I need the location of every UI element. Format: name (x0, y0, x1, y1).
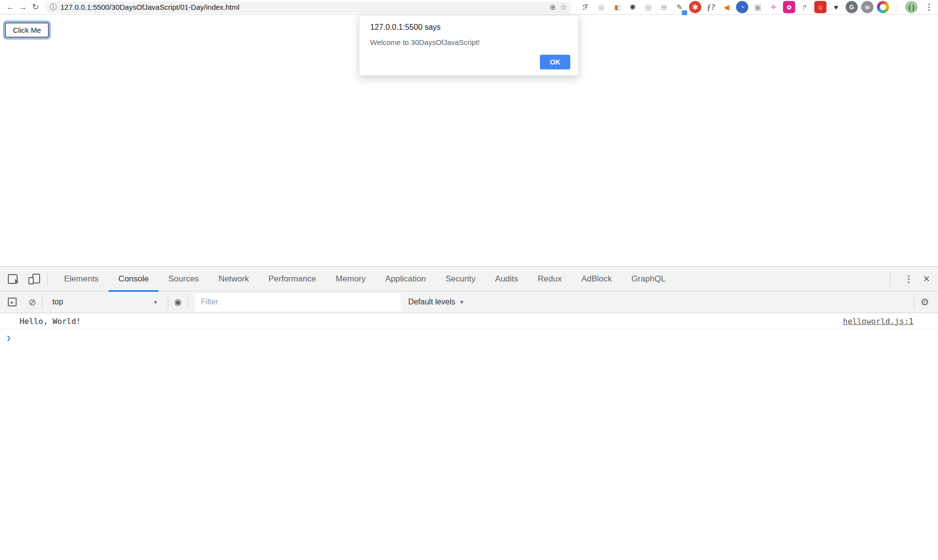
tab-graphql[interactable]: GraphQL (622, 267, 675, 291)
extension-bug-icon[interactable]: ✺ (626, 1, 639, 13)
tabbar-separator (47, 272, 47, 286)
zoom-icon[interactable]: ⊕ (550, 3, 556, 12)
console-toolbar-separator (42, 296, 43, 308)
extension-grid-icon[interactable]: ▦ (642, 1, 654, 13)
extension-camera-icon[interactable]: ▣ (752, 1, 764, 13)
extension-bent-arrows-icon[interactable]: ↱ (799, 1, 811, 13)
chevron-down-icon: ▼ (153, 300, 158, 305)
extension-pink-gear-icon[interactable]: ✿ (783, 1, 795, 13)
tab-network[interactable]: Network (209, 267, 259, 291)
extensions-row: ℱ ◎ ▮▯ ✺ ▦ ⊖ ✎ ✱ ƒ? ◀ ◔ ▣ ✧ ✿ ↱ ○ ♥ G w … (580, 1, 938, 13)
devtools-panel: ➤ Elements Console Sources Network Perfo… (0, 266, 938, 560)
bookmark-star-icon[interactable]: ☆ (560, 2, 567, 12)
extension-graphql-icon[interactable]: ✧ (767, 1, 780, 13)
browser-toolbar: ← → ↻ ⓘ 127.0.0.1:5500/30DaysOfJavaScrip… (0, 0, 938, 15)
tab-audits[interactable]: Audits (485, 267, 528, 291)
live-expression-eye-icon[interactable]: ◉ (174, 297, 182, 307)
extension-eyedropper-icon[interactable]: ✎ (673, 1, 686, 13)
extension-color-ring-icon[interactable] (877, 1, 889, 13)
phone-shape (28, 277, 34, 284)
tab-performance[interactable]: Performance (259, 267, 326, 291)
devtools-tabbar: ➤ Elements Console Sources Network Perfo… (0, 267, 938, 291)
console-prompt-row[interactable]: ❯ (0, 329, 938, 347)
console-sidebar-toggle-icon[interactable]: ▸ (8, 298, 17, 306)
log-levels-label: Default levels (408, 298, 455, 306)
extension-heart-search-icon[interactable]: ♥ (830, 1, 842, 13)
alert-dialog: 127.0.0.1:5500 says Welcome to 30DaysOfJ… (359, 15, 579, 76)
devtools-menu-icon[interactable]: ⋮ (897, 274, 920, 284)
log-levels-dropdown[interactable]: Default levels ▼ (408, 298, 465, 306)
console-toolbar-separator (914, 296, 915, 308)
back-icon[interactable]: ← (4, 2, 17, 12)
console-prompt-chevron-icon: ❯ (6, 334, 11, 343)
page-content: Click Me 127.0.0.1:5500 says Welcome to … (0, 15, 938, 266)
profile-avatar[interactable]: { } (905, 1, 917, 13)
tab-memory[interactable]: Memory (326, 267, 375, 291)
tab-elements[interactable]: Elements (54, 267, 109, 291)
tab-adblock[interactable]: AdBlock (572, 267, 622, 291)
tab-console-label: Console (118, 274, 149, 284)
inspect-cursor-arrow: ➤ (11, 277, 20, 285)
extension-wave-circle-icon[interactable]: w (861, 1, 873, 13)
javascript-context-dropdown[interactable]: top ▼ (48, 298, 162, 306)
toolbar-separator (897, 2, 897, 12)
extension-parens-icon[interactable]: ⊖ (658, 1, 670, 13)
chevron-down-icon: ▼ (459, 299, 465, 305)
tabbar-right-controls: ⋮ ✕ (883, 272, 938, 286)
extension-red-tab-icon[interactable]: ○ (814, 1, 826, 13)
address-bar[interactable]: ⓘ 127.0.0.1:5500/30DaysOfJavaScript/01-D… (45, 1, 572, 13)
context-label: top (52, 298, 63, 306)
url-text: 127.0.0.1:5500/30DaysOfJavaScript/01-Day… (61, 3, 546, 11)
tab-application[interactable]: Application (376, 267, 436, 291)
console-filter-input[interactable] (195, 293, 401, 311)
tab-console[interactable]: Console (109, 267, 158, 291)
page-info-icon[interactable]: ⓘ (50, 3, 57, 12)
extension-g-circle-icon[interactable]: G (846, 1, 858, 13)
extension-stop-hand-icon[interactable]: ✱ (689, 1, 701, 13)
reload-icon[interactable]: ↻ (29, 2, 42, 12)
extension-shutter-icon[interactable]: ◎ (595, 1, 607, 13)
tabbar-separator (890, 272, 891, 286)
active-tab-underline (109, 290, 158, 292)
extension-f-question-icon[interactable]: ƒ? (705, 1, 717, 13)
dialog-message: Welcome to 30DaysOfJavaScript! (370, 38, 480, 46)
console-toolbar: ▸ ⊘ top ▼ ◉ Default levels ▼ ⚙ (0, 291, 938, 313)
dialog-title: 127.0.0.1:5500 says (370, 23, 441, 32)
extension-blue-swirl-icon[interactable]: ◔ (736, 1, 748, 13)
console-toolbar-separator (188, 296, 188, 308)
forward-icon[interactable]: → (17, 2, 29, 12)
console-message-row: Hello, World! helloworld.js:1 (0, 313, 938, 329)
console-output: Hello, World! helloworld.js:1 ❯ (0, 313, 938, 347)
clear-console-icon[interactable]: ⊘ (28, 297, 36, 308)
inspect-element-icon[interactable]: ➤ (8, 274, 18, 284)
console-message-text: Hello, World! (20, 317, 843, 326)
console-source-link[interactable]: helloworld.js:1 (843, 317, 914, 326)
tab-redux[interactable]: Redux (528, 267, 572, 291)
tab-sources[interactable]: Sources (158, 267, 208, 291)
browser-menu-icon[interactable]: ⋮ (925, 2, 933, 12)
click-me-button[interactable]: Click Me (5, 22, 49, 38)
console-settings-gear-icon[interactable]: ⚙ (920, 296, 929, 308)
extension-panels-icon[interactable]: ▮▯ (611, 1, 623, 13)
devtools-close-icon[interactable]: ✕ (920, 274, 938, 284)
device-toolbar-icon[interactable] (28, 274, 40, 284)
console-toolbar-separator (168, 296, 168, 308)
dialog-ok-button[interactable]: OK (540, 55, 570, 69)
extension-megaphone-icon[interactable]: ◀ (720, 1, 733, 13)
extension-fontface-icon[interactable]: ℱ (580, 1, 592, 13)
tab-security[interactable]: Security (436, 267, 485, 291)
